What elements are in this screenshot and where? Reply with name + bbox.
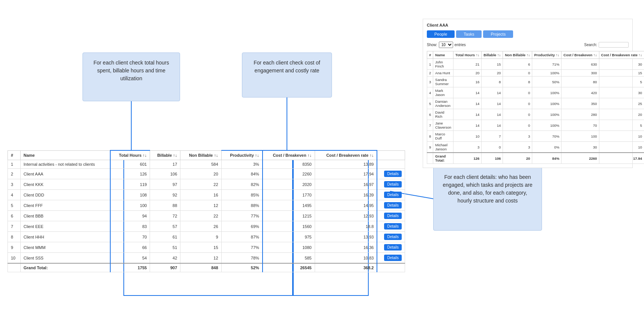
detail-col-non-billable[interactable]: Non Billable ↑↓: [503, 51, 532, 59]
cell-productivity: 77%: [221, 242, 263, 253]
d-cell-cost-breakeven: 70: [561, 120, 599, 131]
search-input[interactable]: [599, 42, 629, 48]
show-select[interactable]: 10 25 50: [439, 42, 453, 48]
d-cell-cost-breakeven-rate: 10: [599, 131, 644, 142]
cell-num: 8: [8, 232, 21, 242]
d-cell-name: Michael Janson: [433, 142, 453, 153]
main-table: # Name Total Hours ↑↓ Billable ↑↓ Non Bi…: [8, 150, 405, 272]
show-row: Show: 10 25 50 entries Search:: [427, 42, 629, 48]
cell-billable: 88: [150, 200, 180, 211]
details-button[interactable]: Details: [384, 234, 402, 240]
annotation-text-3: For each client details: who has been en…: [443, 174, 533, 204]
tab-row: People Tasks Projects: [427, 30, 629, 38]
d-cell-non-billable: 0: [503, 87, 532, 98]
cell-total-hours: 601: [110, 160, 150, 169]
cell-name: Client EEE: [20, 221, 110, 232]
tab-projects[interactable]: Projects: [483, 30, 513, 38]
table-row: 8 Client HHH 70 61 9 87% 975 13.93 Detai…: [8, 232, 405, 242]
col-header-productivity[interactable]: Productivity ↑↓: [221, 150, 263, 160]
cell-num: 3: [8, 179, 21, 190]
col-header-non-billable[interactable]: Non Billable ↑↓: [180, 150, 221, 160]
dgt-non-billable: 20: [503, 153, 532, 164]
d-cell-cost-breakeven-rate: 30: [599, 59, 644, 70]
d-cell-total-hours: 14: [453, 98, 482, 109]
dgt-cost-breakeven-rate: 17.94: [599, 153, 644, 164]
dgt-billable: 106: [482, 153, 503, 164]
detail-col-cost-breakeven[interactable]: Cost / Breakeven ↑↓: [561, 51, 599, 59]
dgt-empty: [427, 153, 433, 164]
cell-name: Client SSS: [20, 253, 110, 264]
col-header-cost-breakeven[interactable]: Cost / Breakeven ↑↓: [263, 150, 315, 160]
d-cell-non-billable: 0: [503, 98, 532, 109]
cell-actions: Details: [377, 200, 405, 211]
cell-cost-breakeven-rate: 18.8: [315, 221, 377, 232]
detail-col-cost-breakeven-rate[interactable]: Cost / Breakeven rate ↑↓: [599, 51, 644, 59]
d-cell-name: Mark Jason: [433, 87, 453, 98]
details-button[interactable]: Details: [384, 181, 402, 188]
cell-non-billable: 584: [180, 160, 221, 169]
cell-billable: 61: [150, 232, 180, 242]
cell-non-billable: 16: [180, 190, 221, 200]
cell-num: 1: [8, 160, 21, 169]
d-cell-num: 3: [427, 76, 433, 87]
cell-non-billable: 20: [180, 169, 221, 179]
d-cell-billable: 14: [482, 120, 503, 131]
col-header-cost-breakeven-rate[interactable]: Cost / Breakeven rate ↑↓: [315, 150, 377, 160]
d-cell-cost-breakeven: 300: [561, 70, 599, 76]
detail-col-productivity[interactable]: Productivity ↑↓: [532, 51, 561, 59]
d-cell-total-hours: 14: [453, 109, 482, 120]
cell-cost-breakeven-rate: 13.89: [315, 160, 377, 169]
detail-table-row: 9 Michael Janson 3 0 3 0% 30 10: [427, 142, 644, 153]
details-button[interactable]: Details: [384, 202, 402, 208]
d-cell-cost-breakeven: 420: [561, 87, 599, 98]
d-cell-cost-breakeven-rate: 5: [599, 120, 644, 131]
cell-num: 5: [8, 200, 21, 211]
cell-cost-breakeven: 1495: [263, 200, 315, 211]
d-cell-num: 8: [427, 131, 433, 142]
col-header-total-hours[interactable]: Total Hours ↑↓: [110, 150, 150, 160]
cell-cost-breakeven: 8350: [263, 160, 315, 169]
detail-col-num: #: [427, 51, 433, 59]
tab-tasks[interactable]: Tasks: [456, 30, 482, 38]
cell-actions: Details: [377, 232, 405, 242]
search-label: Search:: [584, 43, 597, 47]
details-button[interactable]: Details: [384, 171, 402, 177]
d-cell-non-billable: 0: [503, 120, 532, 131]
cell-total-hours: 119: [110, 179, 150, 190]
detail-col-billable[interactable]: Billable ↑↓: [482, 51, 503, 59]
cell-name: Client HHH: [20, 232, 110, 242]
cell-name: Client BBB: [20, 211, 110, 221]
d-cell-productivity: 70%: [532, 131, 561, 142]
cell-cost-breakeven-rate: 12.93: [315, 211, 377, 221]
d-cell-billable: 14: [482, 109, 503, 120]
cell-productivity: 77%: [221, 211, 263, 221]
table-row: 1 Internal activities - not related to c…: [8, 160, 405, 169]
cell-actions: Details: [377, 221, 405, 232]
client-detail-panel: Client AAA People Tasks Projects Show: 1…: [423, 19, 633, 168]
details-button[interactable]: Details: [384, 192, 402, 198]
cell-cost-breakeven-rate: 16.36: [315, 242, 377, 253]
d-cell-billable: 14: [482, 98, 503, 109]
cell-non-billable: 22: [180, 211, 221, 221]
detail-table-row: 7 Jane Claverson 14 14 0 100% 70 5: [427, 120, 644, 131]
d-cell-name: Jane Claverson: [433, 120, 453, 131]
details-button[interactable]: Details: [384, 213, 402, 219]
cell-name: Client AAA: [20, 169, 110, 179]
d-cell-cost-breakeven: 630: [561, 59, 599, 70]
cell-cost-breakeven: 2260: [263, 169, 315, 179]
table-row: 3 Client KKK 119 97 22 82% 2020 16.97 De…: [8, 179, 405, 190]
table-row: 4 Client DDD 108 92 16 85% 1770 16.39 De…: [8, 190, 405, 200]
detail-col-total-hours[interactable]: Total Hours ↑↓: [453, 51, 482, 59]
cell-total-hours: 126: [110, 169, 150, 179]
details-button[interactable]: Details: [384, 223, 402, 230]
details-button[interactable]: Details: [384, 255, 402, 261]
d-cell-cost-breakeven-rate: 10: [599, 142, 644, 153]
cell-non-billable: 22: [180, 179, 221, 190]
d-cell-billable: 0: [482, 142, 503, 153]
details-button[interactable]: Details: [384, 244, 402, 250]
cell-productivity: 78%: [221, 253, 263, 264]
d-cell-non-billable: 3: [503, 131, 532, 142]
gt-billable: 907: [150, 263, 180, 272]
tab-people[interactable]: People: [427, 30, 455, 38]
col-header-billable[interactable]: Billable ↑↓: [150, 150, 180, 160]
